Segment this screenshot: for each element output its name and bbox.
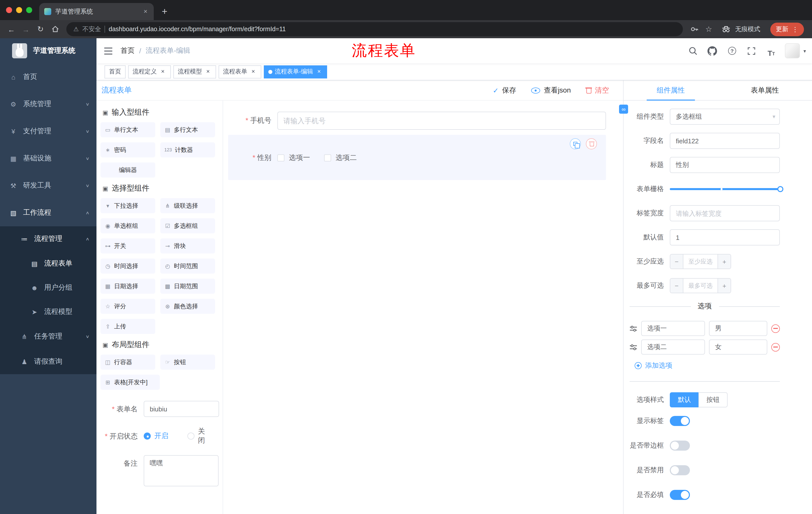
toggle-switch[interactable]	[670, 490, 690, 500]
palette-chip[interactable]: ⋔ 级联选择	[160, 198, 215, 213]
sidebar-item-process-management[interactable]: ≔ 流程管理 ∧	[0, 226, 96, 251]
browser-tab[interactable]: 芋道管理系统 ×	[39, 3, 154, 20]
sidebar-item-task-management[interactable]: ⋔ 任务管理 ∨	[0, 324, 96, 349]
hamburger-icon[interactable]	[96, 38, 120, 63]
tab-component-props[interactable]: 组件属性	[624, 80, 718, 100]
font-size-icon[interactable]: TT	[765, 45, 777, 57]
selected-component[interactable]: 性别 选项一 选项二	[228, 135, 606, 180]
breadcrumb-home[interactable]: 首页	[121, 46, 135, 55]
min-select-input[interactable]: 至少应选	[684, 254, 718, 269]
drag-handle-icon[interactable]	[630, 325, 637, 332]
sidebar-item-system-management[interactable]: ⚙ 系统管理 ∨	[0, 90, 96, 118]
default-value-input[interactable]	[670, 229, 780, 245]
tag-close-icon[interactable]: ×	[250, 68, 257, 75]
style-default-button[interactable]: 默认	[670, 392, 698, 407]
remove-option-icon[interactable]	[771, 343, 780, 351]
option-label-input[interactable]	[641, 321, 705, 336]
copy-component-button[interactable]	[570, 138, 581, 150]
sidebar-item-leave-query[interactable]: ♟ 请假查询	[0, 349, 96, 374]
palette-chip[interactable]: ∗ 密码	[100, 142, 155, 157]
sidebar-item-user-group[interactable]: ☻ 用户分组	[0, 276, 96, 300]
phone-input[interactable]	[278, 112, 606, 130]
style-button-button[interactable]: 按钮	[698, 392, 728, 407]
url-box[interactable]: ⚠ 不安全 dashboard.yudao.iocoder.cn/bpm/man…	[66, 22, 683, 36]
tag[interactable]: 流程表单-编辑 ×	[264, 65, 327, 78]
tag[interactable]: 流程表单 ×	[219, 65, 261, 78]
tag[interactable]: 首页	[105, 65, 126, 78]
palette-chip[interactable]: ◫ 行容器	[100, 355, 155, 370]
sidebar-item-dev-tools[interactable]: ⚒ 研发工具 ∨	[0, 172, 96, 199]
update-button[interactable]: 更新 ⋮	[770, 22, 804, 36]
status-radio-on[interactable]: 开启	[144, 432, 175, 440]
avatar[interactable]	[785, 43, 800, 58]
view-json-button[interactable]: 查看json	[531, 86, 571, 95]
palette-chip[interactable]: ▩ 日期范围	[160, 279, 215, 294]
clear-button[interactable]: 清空	[586, 86, 609, 95]
palette-chip[interactable]: ☆ 评分	[100, 299, 155, 314]
decrement-button[interactable]: −	[670, 279, 684, 293]
palette-chip[interactable]: ⊶ 开关	[100, 238, 155, 253]
window-minimize-button[interactable]	[16, 7, 22, 13]
toggle-switch[interactable]	[670, 440, 690, 451]
toggle-switch[interactable]	[670, 416, 690, 426]
remark-textarea[interactable]: 嘿嘿	[144, 455, 219, 486]
palette-chip[interactable]: ☞ 按钮	[160, 355, 215, 370]
palette-chip[interactable]: 123 计数器	[160, 142, 215, 157]
forward-icon[interactable]: →	[19, 22, 33, 36]
palette-chip[interactable]: ⊞ 表格[开发中]	[100, 375, 160, 390]
palette-chip[interactable]: ⊸ 滑块	[160, 238, 215, 253]
max-select-input[interactable]: 最多可选	[684, 279, 718, 293]
window-zoom-button[interactable]	[26, 7, 32, 13]
search-icon[interactable]	[687, 45, 699, 57]
back-icon[interactable]: ←	[4, 22, 19, 36]
toggle-switch[interactable]	[670, 465, 690, 475]
sidebar-item-infrastructure[interactable]: ▦ 基础设施 ∨	[0, 145, 96, 172]
status-radio-off[interactable]: 关闭	[187, 427, 205, 445]
tab-close-icon[interactable]: ×	[141, 7, 150, 16]
help-icon[interactable]: ?	[726, 45, 738, 57]
sidebar-item-payment-management[interactable]: ¥ 支付管理 ∨	[0, 118, 96, 145]
tag[interactable]: 流程定义 ×	[128, 65, 171, 78]
bookmark-star-icon[interactable]: ☆	[701, 22, 716, 36]
palette-chip[interactable]: ⇪ 上传	[100, 319, 155, 334]
palette-chip[interactable]: ▦ 日期选择	[100, 279, 155, 294]
tab-form-props[interactable]: 表单属性	[718, 80, 812, 100]
checkbox-option[interactable]: 选项二	[324, 154, 357, 162]
drag-handle-icon[interactable]	[630, 344, 637, 350]
sidebar-item-workflow[interactable]: ▧ 工作流程 ∧	[0, 199, 96, 226]
palette-chip[interactable]: ◉ 单选框组	[100, 218, 155, 233]
save-button[interactable]: ✓ 保存	[493, 86, 516, 95]
tag[interactable]: 流程模型 ×	[173, 65, 216, 78]
window-close-button[interactable]	[6, 7, 12, 13]
title-input[interactable]	[670, 157, 780, 173]
checkbox-option[interactable]: 选项一	[278, 154, 310, 162]
sidebar-item-home[interactable]: ⌂ 首页	[0, 63, 96, 90]
tag-close-icon[interactable]: ×	[159, 68, 166, 75]
avatar-caret-icon[interactable]: ▾	[804, 48, 806, 54]
label-width-input[interactable]	[670, 205, 780, 221]
fullscreen-icon[interactable]	[746, 45, 758, 57]
grid-slider[interactable]	[670, 188, 780, 190]
palette-chip[interactable]: ▭ 单行文本	[100, 122, 155, 137]
sidebar-item-process-form[interactable]: ▤ 流程表单	[0, 251, 96, 276]
slider-knob[interactable]	[777, 186, 783, 192]
key-icon[interactable]	[687, 22, 701, 36]
github-icon[interactable]	[706, 45, 719, 57]
new-tab-button[interactable]: +	[154, 6, 175, 16]
delete-component-button[interactable]	[586, 138, 597, 150]
remove-option-icon[interactable]	[771, 324, 780, 333]
option-label-input[interactable]	[641, 340, 705, 355]
palette-chip[interactable]: ◷ 时间选择	[100, 259, 155, 274]
component-type-select[interactable]: 多选框组 ▾	[670, 109, 780, 125]
increment-button[interactable]: +	[718, 254, 731, 269]
home-icon[interactable]	[48, 22, 62, 36]
palette-chip[interactable]: ⊛ 颜色选择	[160, 299, 215, 314]
tag-close-icon[interactable]: ×	[316, 68, 323, 75]
palette-chip[interactable]: ▾ 下拉选择	[100, 198, 155, 213]
decrement-button[interactable]: −	[670, 254, 684, 269]
form-name-input[interactable]	[144, 401, 219, 417]
kebab-menu-icon[interactable]: ⋮	[792, 25, 799, 33]
reload-icon[interactable]: ↻	[33, 22, 48, 36]
add-option-button[interactable]: 添加选项	[635, 361, 780, 370]
field-name-input[interactable]	[670, 133, 780, 149]
